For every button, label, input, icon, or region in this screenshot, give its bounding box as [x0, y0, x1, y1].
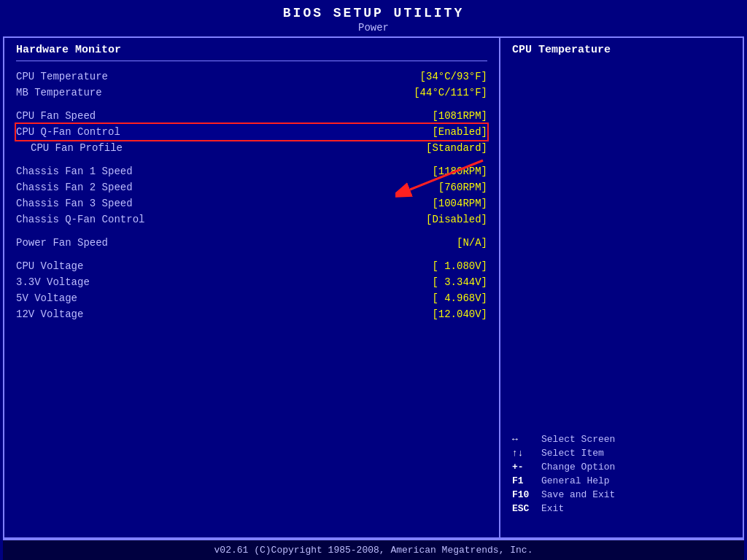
key-symbol: F1 [512, 475, 541, 486]
menu-row-cpu-fan-speed: CPU Fan Speed[1081RPM] [16, 108, 487, 124]
key-desc: General Help [541, 475, 610, 486]
menu-row-chassis-fan3: Chassis Fan 3 Speed[1004RPM] [16, 195, 487, 211]
menu-row-chassis-qfan: Chassis Q-Fan Control[Disabled] [16, 211, 487, 228]
menu-label-cpu-fan-profile: CPU Fan Profile [16, 142, 206, 154]
footer-text: v02.61 (C)Copyright 1985-2008, American … [214, 545, 533, 556]
left-panel: Hardware Monitor CPU Temperature[34°C/93… [4, 38, 500, 537]
menu-row-chassis-fan2: Chassis Fan 2 Speed[760RPM] [16, 179, 487, 195]
menu-value-chassis-fan3: [1004RPM] [432, 198, 487, 209]
right-panel: CPU Temperature ↔Select Screen↑↓Select I… [500, 38, 743, 537]
menu-value-cpu-fan-speed: [1081RPM] [432, 110, 487, 122]
key-row-: ↑↓Select Item [512, 448, 731, 459]
key-row-F1: F1General Help [512, 475, 731, 486]
bios-app: BIOS SETUP UTILITY Power Hardware Monito… [0, 0, 747, 560]
key-row-ESC: ESCExit [512, 503, 731, 514]
menu-row-cpu-qfan-control[interactable]: CPU Q-Fan Control[Enabled] [16, 124, 487, 140]
main-title: BIOS SETUP UTILITY [0, 6, 747, 20]
menu-label-mb-temp: MB Temperature [16, 87, 206, 98]
menu-label-chassis-fan2: Chassis Fan 2 Speed [16, 182, 206, 193]
menu-value-voltage-12: [12.040V] [432, 308, 487, 320]
menu-row-cpu-voltage: CPU Voltage[ 1.080V] [16, 258, 487, 274]
key-desc: Save and Exit [541, 489, 615, 500]
menu-label-cpu-qfan-control: CPU Q-Fan Control [16, 126, 206, 138]
menu-row-mb-temp: MB Temperature[44°C/111°F] [16, 85, 487, 101]
footer: v02.61 (C)Copyright 1985-2008, American … [3, 539, 744, 560]
menu-value-chassis-fan2: [760RPM] [438, 182, 487, 193]
divider [16, 61, 487, 61]
menu-row-power-fan: Power Fan Speed[N/A] [16, 235, 487, 251]
menu-row-cpu-temp: CPU Temperature[34°C/93°F] [16, 69, 487, 85]
menu-value-cpu-temp: [34°C/93°F] [420, 71, 487, 82]
key-symbol: ESC [512, 503, 541, 514]
menu-value-chassis-qfan: [Disabled] [426, 214, 487, 225]
menu-label-chassis-qfan: Chassis Q-Fan Control [16, 214, 206, 225]
key-symbol: ↑↓ [512, 448, 541, 459]
menu-value-mb-temp: [44°C/111°F] [414, 87, 487, 98]
menu-label-cpu-temp: CPU Temperature [16, 71, 206, 82]
key-desc: Select Item [541, 448, 604, 459]
menu-label-chassis-fan1: Chassis Fan 1 Speed [16, 166, 206, 177]
spacer-row [16, 251, 487, 258]
menu-label-voltage-33: 3.3V Voltage [16, 276, 206, 288]
key-symbol: ↔ [512, 434, 541, 445]
menu-value-cpu-qfan-control: [Enabled] [432, 126, 487, 138]
key-row-: +-Change Option [512, 462, 731, 472]
menu-row-chassis-fan1: Chassis Fan 1 Speed[1180RPM] [16, 163, 487, 179]
right-section-header: CPU Temperature [512, 44, 731, 56]
menu-row-voltage-12: 12V Voltage[12.040V] [16, 306, 487, 322]
menu-label-cpu-voltage: CPU Voltage [16, 260, 206, 272]
menu-row-cpu-fan-profile: CPU Fan Profile[Standard] [16, 140, 487, 156]
key-row-F10: F10Save and Exit [512, 489, 731, 500]
menu-value-voltage-33: [ 3.344V] [432, 276, 487, 288]
menu-row-voltage-33: 3.3V Voltage[ 3.344V] [16, 274, 487, 290]
left-section-header: Hardware Monitor [16, 44, 487, 56]
menu-label-voltage-5: 5V Voltage [16, 292, 206, 304]
menu-value-cpu-fan-profile: [Standard] [426, 142, 487, 154]
main-content: Hardware Monitor CPU Temperature[34°C/93… [3, 36, 744, 539]
menu-value-chassis-fan1: [1180RPM] [432, 166, 487, 177]
menu-value-power-fan: [N/A] [457, 237, 487, 249]
key-help-area: ↔Select Screen↑↓Select Item+-Change Opti… [512, 434, 731, 517]
key-row-: ↔Select Screen [512, 434, 731, 445]
title-bar: BIOS SETUP UTILITY Power [0, 0, 747, 36]
menu-label-cpu-fan-speed: CPU Fan Speed [16, 110, 206, 122]
key-symbol: +- [512, 462, 541, 472]
spacer-row [16, 156, 487, 163]
menu-label-chassis-fan3: Chassis Fan 3 Speed [16, 198, 206, 209]
menu-rows: CPU Temperature[34°C/93°F]MB Temperature… [16, 69, 487, 322]
key-desc: Exit [541, 503, 564, 514]
key-symbol: F10 [512, 489, 541, 500]
menu-value-voltage-5: [ 4.968V] [432, 292, 487, 304]
key-desc: Select Screen [541, 434, 615, 445]
menu-value-cpu-voltage: [ 1.080V] [432, 260, 487, 272]
sub-title: Power [0, 22, 747, 34]
menu-label-power-fan: Power Fan Speed [16, 237, 206, 249]
spacer-row [16, 101, 487, 108]
spacer-row [16, 228, 487, 235]
menu-row-voltage-5: 5V Voltage[ 4.968V] [16, 290, 487, 306]
key-desc: Change Option [541, 462, 615, 472]
menu-label-voltage-12: 12V Voltage [16, 308, 206, 320]
